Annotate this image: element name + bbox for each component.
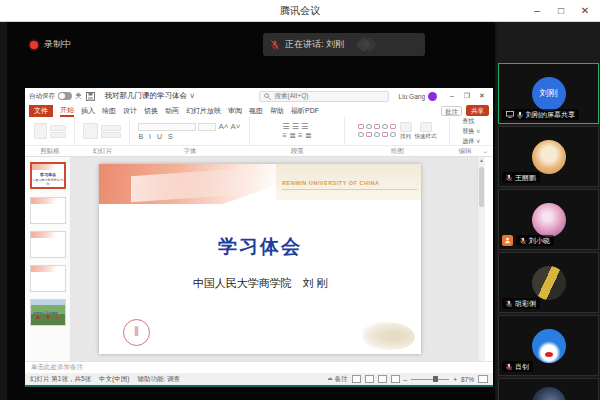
copy-icon[interactable] (50, 132, 66, 138)
slide-scrollbar[interactable]: ▲ (477, 157, 485, 361)
participant-tile[interactable]: 胡彩俐 (498, 252, 599, 313)
thumb-photo-text: 不忘初心 牢记使命 (33, 312, 58, 316)
thumb-flag-graphic (31, 266, 65, 272)
tab-insert[interactable]: 插入 (81, 106, 95, 116)
muted-mic-icon (506, 174, 512, 182)
fit-slide-icon[interactable] (478, 375, 488, 383)
font-style-buttons[interactable]: B I U S (138, 133, 240, 140)
cut-icon[interactable] (50, 125, 66, 131)
slide-thumbnail-4[interactable] (30, 265, 66, 292)
tab-design[interactable]: 设计 (123, 106, 137, 116)
font-name-select[interactable] (138, 123, 196, 131)
language-status[interactable]: 中文(中国) (99, 375, 129, 384)
autosave-toggle[interactable]: 自动保存 关 (29, 92, 82, 101)
tab-home[interactable]: 开始 (60, 105, 74, 117)
ppt-minimize-button[interactable]: – (445, 90, 459, 102)
search-input[interactable]: 搜索(Alt+Q) (259, 91, 389, 102)
tab-slideshow[interactable]: 幻灯片放映 (186, 106, 221, 116)
muted-mic-icon (506, 300, 512, 308)
notes-button[interactable]: ≐ 备注 (327, 375, 347, 384)
participant-tile[interactable]: 刘小晓 (498, 189, 599, 250)
active-speaker-banner: 正在讲话: 刘刚 (263, 33, 425, 56)
save-icon[interactable] (86, 92, 95, 101)
new-slide-icon[interactable] (83, 123, 98, 139)
grow-font-icon[interactable]: A˄ (218, 123, 228, 131)
participant-tile[interactable]: 王丽鹏 (498, 126, 599, 187)
tab-draw[interactable]: 绘图 (102, 106, 116, 116)
find-button[interactable]: 查找 (462, 117, 481, 126)
slide-thumbnail-3[interactable] (30, 231, 66, 258)
font-group-label: 字体 (130, 146, 250, 156)
participant-name-tag: 王丽鹏 (502, 172, 540, 183)
slideshow-icon[interactable] (391, 375, 400, 383)
slide-thumbnail-panel: 学习体会 中国人民大学商学院 刘刚 不忘初心 牢记使命 (25, 157, 71, 361)
autosave-state: 关 (75, 92, 82, 101)
participant-name-tag: 肖钊 (502, 361, 533, 372)
muted-mic-icon (506, 363, 512, 371)
editing-group-label: 编辑 (450, 146, 480, 156)
tab-foxit-pdf[interactable]: 福昕PDF (291, 106, 319, 116)
account-area[interactable]: Liu Gang (399, 92, 437, 101)
tab-view[interactable]: 视图 (249, 106, 263, 116)
tab-review[interactable]: 审阅 (228, 106, 242, 116)
share-button[interactable]: 共享 (466, 105, 489, 116)
arrange-icon[interactable] (400, 122, 412, 132)
tab-help[interactable]: 帮助 (270, 106, 284, 116)
normal-view-icon[interactable] (352, 375, 361, 383)
recording-indicator[interactable]: 录制中 (30, 38, 71, 51)
participant-tile-liugang[interactable]: 刘刚 刘刚的屏幕共享 (498, 63, 599, 124)
zoom-out-button[interactable]: – (404, 376, 408, 383)
slide-sorter-icon[interactable] (365, 375, 374, 383)
document-title[interactable]: 我对那几门课的学习体会 ∨ (105, 91, 196, 101)
tab-animations[interactable]: 动画 (165, 106, 179, 116)
zoom-slider-knob[interactable] (433, 376, 438, 382)
ribbon-group-labels: 剪贴板 幻灯片 字体 段落 绘图 编辑 ⌄ (25, 146, 493, 157)
comments-button[interactable]: 批注 (441, 106, 462, 116)
layout-icon[interactable] (101, 125, 121, 131)
participant-tile[interactable] (498, 378, 599, 400)
recording-label: 录制中 (44, 38, 71, 51)
divider (282, 189, 417, 190)
shapes-gallery[interactable] (358, 124, 397, 139)
slide-subtitle[interactable]: 中国人民大学商学院 刘 刚 (99, 276, 421, 291)
muted-mic-icon (520, 237, 526, 245)
slide-thumbnail-1[interactable]: 学习体会 中国人民大学商学院 刘刚 (30, 162, 66, 189)
scrollbar-thumb[interactable] (479, 167, 484, 207)
participant-name-tag: 刘刚的屏幕共享 (502, 109, 579, 120)
maximize-button[interactable]: □ (550, 2, 572, 20)
tab-file[interactable]: 文件 (29, 105, 53, 117)
slide-thumbnail-2[interactable] (30, 197, 66, 224)
zoom-in-button[interactable]: + (453, 376, 457, 383)
slide-thumbnail-5[interactable]: 不忘初心 牢记使命 (30, 299, 66, 326)
reset-icon[interactable] (101, 132, 121, 138)
quick-styles-icon[interactable] (420, 122, 432, 132)
thumb-flag-graphic (31, 232, 65, 238)
status-bar-right: ≐ 备注 – + 87% (327, 375, 488, 384)
shrink-font-icon[interactable]: A˅ (231, 123, 241, 131)
tab-transitions[interactable]: 切换 (144, 106, 158, 116)
font-size-select[interactable] (198, 123, 216, 131)
align-icons[interactable]: ≡ ≣ ≡ ≣ (282, 132, 311, 140)
notes-area[interactable]: 单击此处添加备注 (25, 361, 493, 373)
participant-tile[interactable]: 肖钊 (498, 315, 599, 376)
collapse-ribbon-icon[interactable]: ⌄ (483, 146, 493, 156)
replace-button[interactable]: 替换 ∨ (462, 127, 481, 136)
zoom-level[interactable]: 87% (461, 376, 474, 383)
photo-avatar (532, 266, 566, 300)
thumb-subtitle: 中国人民大学商学院 刘刚 (32, 178, 64, 186)
close-button[interactable]: ✕ (574, 2, 596, 20)
slides-group-label: 幻灯片 (75, 146, 130, 156)
shared-powerpoint-window: 自动保存 关 我对那几门课的学习体会 ∨ 搜索(Alt+Q) Liu Gang … (25, 88, 493, 387)
ppt-close-button[interactable]: ✕ (475, 90, 489, 102)
select-button[interactable]: 选择 ∨ (462, 137, 481, 146)
ppt-restore-button[interactable]: ❐ (460, 90, 474, 102)
paste-icon[interactable] (34, 123, 47, 139)
zoom-slider[interactable] (411, 379, 449, 380)
bullets-icon[interactable]: ☰ ☰ ☰ (282, 123, 311, 131)
minimize-button[interactable]: – (526, 2, 548, 20)
accessibility-status[interactable]: 辅助功能: 调查 (137, 375, 180, 384)
reading-view-icon[interactable] (378, 375, 387, 383)
current-slide[interactable]: RENMIN UNIVERSITY OF CHINA 学习体会 中国人民大学商学… (99, 164, 421, 354)
slide-title[interactable]: 学习体会 (99, 234, 421, 260)
ppt-titlebar: 自动保存 关 我对那几门课的学习体会 ∨ 搜索(Alt+Q) Liu Gang … (25, 88, 493, 104)
